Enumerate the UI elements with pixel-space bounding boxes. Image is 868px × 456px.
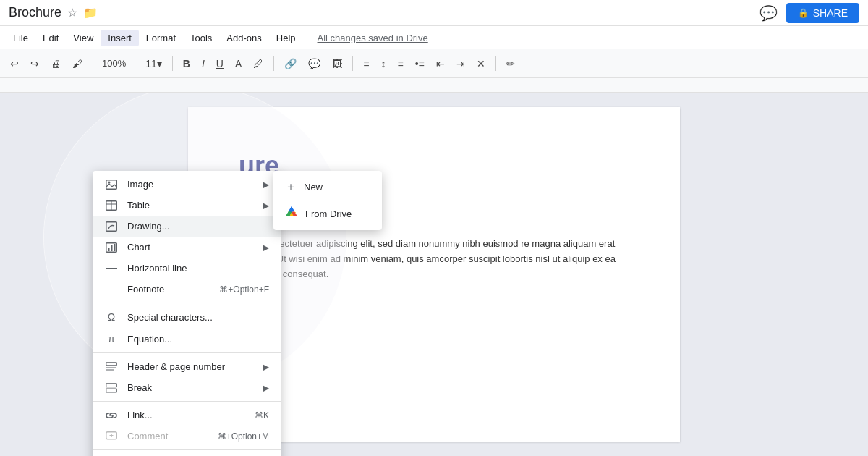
align-button[interactable]: ≡ (359, 55, 373, 72)
svg-rect-5 (106, 221, 117, 231)
menu-item-footnote[interactable]: Footnote ⌘+Option+F (93, 279, 281, 300)
comment-icon[interactable]: 💬 (760, 4, 778, 22)
lock-icon: 🔒 (798, 8, 809, 18)
menu-addons[interactable]: Add-ons (219, 30, 268, 46)
indent-less-button[interactable]: ⇤ (432, 55, 449, 72)
menu-item-special[interactable]: Ω Special characters... (93, 306, 281, 328)
menu-item-chart-label: Chart (127, 242, 257, 253)
edit-mode-button[interactable]: ✏ (502, 55, 519, 72)
table-icon (104, 200, 119, 211)
image-toolbar-button[interactable]: 🖼 (328, 55, 346, 72)
title-bar-left: Brochure ☆ 📁 (9, 5, 98, 20)
menu-item-table[interactable]: Table ▶ (93, 195, 281, 216)
menu-item-drawing[interactable]: Drawing... (93, 216, 281, 237)
list-numbered-button[interactable]: ≡ (393, 55, 407, 72)
highlight-button[interactable]: 🖊 (249, 55, 268, 72)
menu-view[interactable]: View (66, 30, 101, 46)
title-bar-right: 💬 🔒 SHARE (760, 3, 859, 23)
clear-format-button[interactable]: ✕ (472, 55, 490, 72)
print-button[interactable]: 🖨 (46, 55, 65, 72)
plus-icon: ＋ (285, 180, 297, 195)
toolbar-sep-3 (172, 56, 173, 71)
omega-icon: Ω (104, 311, 119, 323)
link-shortcut: ⌘K (255, 410, 269, 421)
paint-format-button[interactable]: 🖌 (68, 55, 87, 72)
toolbar-sep-2 (135, 56, 135, 71)
break-icon (104, 383, 119, 393)
menu-item-comment: Comment ⌘+Option+M (93, 426, 281, 447)
link-icon (104, 412, 119, 419)
menu-file[interactable]: File (6, 30, 35, 46)
list-bullet-button[interactable]: •≡ (411, 55, 429, 72)
menu-item-hline[interactable]: Horizontal line (93, 258, 281, 279)
menu-bar: File Edit View Insert Format Tools Add-o… (0, 26, 868, 49)
menu-tools[interactable]: Tools (183, 30, 219, 46)
table-arrow-icon: ▶ (263, 200, 269, 211)
svg-rect-11 (106, 362, 117, 365)
zoom-level[interactable]: 100% (99, 56, 129, 70)
link-toolbar-button[interactable]: 🔗 (280, 55, 301, 72)
star-icon[interactable]: ☆ (67, 6, 77, 20)
menu-item-equation[interactable]: π Equation... (93, 328, 281, 350)
toolbar-sep-6 (495, 56, 496, 71)
font-size-arrow: ▾ (157, 58, 162, 69)
menu-item-header-label: Header & page number (127, 361, 257, 372)
bold-button[interactable]: B (179, 55, 195, 72)
image-arrow-icon: ▶ (263, 180, 269, 190)
underline-button[interactable]: U (212, 55, 228, 72)
menu-item-link-label: Link... (127, 410, 255, 421)
menu-help[interactable]: Help (269, 30, 303, 46)
toolbar-sep-5 (352, 56, 353, 71)
toolbar-sep-1 (93, 56, 93, 71)
drawing-submenu: ＋ New Fr (273, 171, 382, 230)
svg-rect-9 (114, 244, 116, 251)
title-bar: Brochure ☆ 📁 💬 🔒 SHARE (0, 0, 868, 26)
menu-item-special-label: Special characters... (127, 312, 269, 323)
submenu-item-new[interactable]: ＋ New (273, 174, 382, 200)
share-label: SHARE (813, 7, 848, 19)
submenu-fromdrive-label: From Drive (305, 208, 352, 219)
submenu-item-fromdrive[interactable]: From Drive (273, 200, 382, 227)
indent-more-button[interactable]: ⇥ (452, 55, 469, 72)
menu-item-link[interactable]: Link... ⌘K (93, 405, 281, 426)
menu-item-break-label: Break (127, 382, 257, 393)
share-button[interactable]: 🔒 SHARE (786, 3, 859, 23)
line-spacing-button[interactable]: ↕ (376, 55, 390, 72)
header-icon (104, 362, 119, 372)
redo-button[interactable]: ↪ (26, 55, 43, 72)
italic-button[interactable]: I (197, 55, 209, 72)
folder-icon[interactable]: 📁 (83, 6, 98, 20)
menu-item-image-label: Image (127, 179, 257, 190)
chart-arrow-icon: ▶ (263, 242, 269, 253)
menu-item-header[interactable]: Header & page number ▶ (93, 356, 281, 377)
doc-body: met, consectetuer adipiscing elit, sed d… (239, 237, 629, 282)
hline-icon (104, 267, 119, 270)
svg-rect-0 (106, 180, 117, 189)
menu-item-image[interactable]: Image ▶ (93, 174, 281, 195)
chart-icon (104, 242, 119, 253)
menu-item-chart[interactable]: Chart ▶ (93, 237, 281, 258)
menu-insert[interactable]: Insert (101, 30, 139, 46)
drive-icon (285, 206, 298, 221)
undo-button[interactable]: ↩ (6, 55, 23, 72)
divider-2 (93, 352, 281, 353)
divider-1 (93, 303, 281, 303)
doc-title: Brochure (9, 5, 61, 20)
menu-item-footnote-label: Footnote (127, 284, 219, 295)
svg-rect-7 (108, 248, 110, 251)
document-area: ure rview met, consectetuer adipiscing e… (0, 93, 868, 456)
svg-rect-15 (106, 389, 117, 392)
font-size-value: 11 (145, 58, 157, 69)
menu-item-table-label: Table (127, 200, 257, 211)
font-size-btn[interactable]: 11 ▾ (141, 55, 166, 72)
text-color-button[interactable]: A (231, 55, 246, 72)
menu-format[interactable]: Format (139, 30, 183, 46)
menu-item-bookmark[interactable]: Bookmark (93, 453, 281, 456)
menu-item-break[interactable]: Break ▶ (93, 377, 281, 398)
menu-edit[interactable]: Edit (35, 30, 66, 46)
comment-toolbar-button[interactable]: 💬 (304, 55, 325, 72)
ruler (0, 78, 868, 93)
divider-4 (93, 449, 281, 450)
comment-plus-icon (104, 431, 119, 442)
menu-item-comment-label: Comment (127, 431, 218, 442)
